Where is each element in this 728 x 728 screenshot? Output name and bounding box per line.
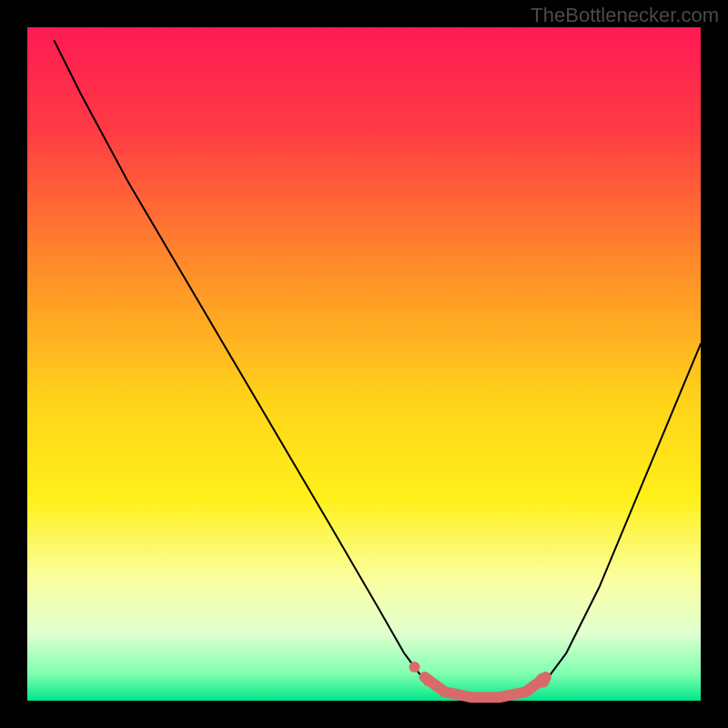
marker-0	[410, 662, 420, 672]
chart-container: TheBottlenecker.com	[0, 0, 728, 728]
marker-2	[535, 673, 550, 688]
bottleneck-chart	[0, 0, 728, 728]
watermark-text: TheBottlenecker.com	[531, 4, 719, 27]
plot-background	[27, 27, 701, 701]
marker-1	[423, 677, 432, 686]
